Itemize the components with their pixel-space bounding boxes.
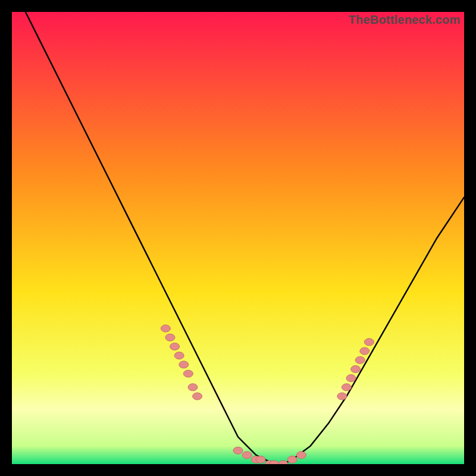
chart-stage: TheBottleneck.com bbox=[0, 0, 476, 476]
bottleneck-curve bbox=[26, 12, 464, 464]
data-point bbox=[278, 461, 288, 464]
plot-area: TheBottleneck.com bbox=[12, 12, 464, 464]
data-point bbox=[296, 452, 306, 459]
data-point bbox=[351, 365, 361, 372]
data-point bbox=[193, 393, 202, 400]
chart-svg bbox=[12, 12, 464, 464]
data-point bbox=[188, 384, 198, 391]
data-point bbox=[287, 456, 297, 463]
data-point bbox=[242, 452, 252, 459]
data-point bbox=[233, 447, 243, 454]
data-point bbox=[170, 343, 180, 350]
data-point bbox=[346, 375, 356, 382]
data-point bbox=[161, 325, 170, 332]
data-point bbox=[364, 339, 374, 346]
data-point bbox=[174, 352, 184, 359]
data-point bbox=[355, 356, 365, 364]
data-point bbox=[360, 347, 369, 355]
data-point bbox=[183, 370, 193, 377]
data-point bbox=[165, 334, 175, 341]
data-point bbox=[179, 361, 189, 368]
data-point bbox=[342, 384, 351, 391]
data-point bbox=[256, 456, 265, 463]
data-point bbox=[337, 393, 347, 400]
